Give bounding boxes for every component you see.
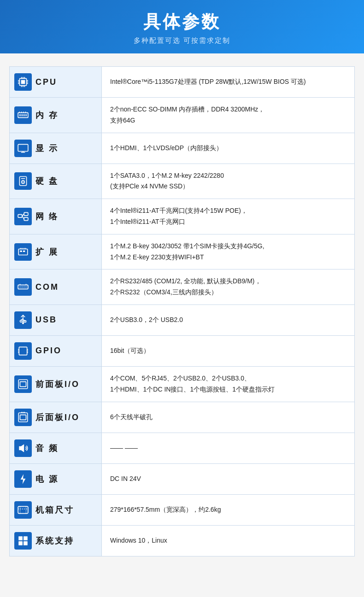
value-cell-gpio: 16bit（可选）	[102, 335, 355, 366]
value-cell-power: DC IN 24V	[102, 463, 355, 494]
spec-row-cpu: CPU Intel®Core™i5-1135G7处理器 (TDP 28W默认,1…	[10, 67, 355, 98]
spec-row-memory: 内 存 2个non-ECC SO-DIMM 内存插槽，DDR4 3200MHz，…	[10, 98, 355, 133]
label-text-front-panel: 前面板I/O	[35, 379, 80, 390]
label-cell-storage: 硬 盘	[10, 164, 102, 199]
label-text-os: 系统支持	[35, 535, 74, 546]
spec-row-usb: USB 2个USB3.0，2个 USB2.0	[10, 304, 355, 335]
value-cell-front-panel: 4个COM、5个RJ45、2个USB2.0、2个USB3.0、1个HDMI、1个…	[102, 366, 355, 402]
label-text-expansion: 扩 展	[35, 246, 59, 258]
value-cell-audio: —— ——	[102, 433, 355, 463]
value-cell-com: 2个RS232/485 (COM1/2, 全功能, 默认接头DB9/M)，2个R…	[102, 269, 355, 305]
svg-rect-30	[18, 215, 22, 218]
svg-rect-55	[19, 347, 27, 355]
gpio-icon	[14, 342, 32, 360]
svg-rect-32	[24, 217, 28, 221]
memory-icon	[14, 106, 32, 124]
label-cell-rear-panel: 后面板I/O	[10, 402, 102, 433]
value-cell-network: 4个Intel®i211-AT千兆网口(支持4个15W POE)，1个Intel…	[102, 199, 355, 234]
svg-point-45	[23, 287, 24, 287]
value-cell-memory: 2个non-ECC SO-DIMM 内存插槽，DDR4 3200MHz，支持64…	[102, 98, 355, 133]
label-text-audio: 音 频	[35, 443, 59, 454]
svg-point-43	[19, 287, 20, 287]
value-cell-usb: 2个USB3.0，2个 USB2.0	[102, 304, 355, 335]
value-cell-os: Windows 10，Linux	[102, 525, 355, 556]
value-cell-rear-panel: 6个天线半破孔	[102, 402, 355, 433]
label-cell-cpu: CPU	[10, 67, 102, 98]
front-panel-icon	[14, 375, 32, 393]
header-subtitle: 多种配置可选 可按需求定制	[5, 36, 359, 45]
label-cell-memory: 内 存	[10, 98, 102, 133]
rear-panel-icon	[14, 409, 32, 426]
header: 具体参数 多种配置可选 可按需求定制	[0, 0, 364, 53]
label-text-display: 显 示	[35, 143, 59, 154]
svg-rect-77	[18, 541, 23, 545]
svg-rect-63	[20, 381, 26, 386]
label-cell-audio: 音 频	[10, 433, 102, 463]
svg-rect-1	[21, 80, 25, 84]
svg-rect-31	[24, 212, 28, 216]
svg-rect-53	[24, 321, 26, 322]
svg-marker-70	[21, 474, 26, 484]
value-cell-storage: 1个SATA3.0，1个M.2 M-key 2242/2280(支持PCle x…	[102, 164, 355, 199]
spec-row-com: COM 2个RS232/485 (COM1/2, 全功能, 默认接头DB9/M)…	[10, 269, 355, 305]
spec-row-os: 系统支持 Windows 10，Linux	[10, 525, 355, 556]
svg-rect-23	[18, 144, 28, 151]
svg-rect-37	[23, 250, 25, 252]
svg-rect-17	[23, 114, 24, 116]
header-title: 具体参数	[5, 10, 359, 34]
svg-rect-76	[23, 536, 28, 540]
expansion-icon	[14, 243, 32, 261]
label-text-com: COM	[35, 282, 59, 292]
usb-icon	[14, 311, 32, 329]
svg-rect-26	[19, 177, 26, 186]
spec-row-storage: 硬 盘 1个SATA3.0，1个M.2 M-key 2242/2280(支持PC…	[10, 164, 355, 199]
svg-rect-16	[22, 114, 23, 116]
svg-rect-18	[25, 114, 26, 116]
label-text-gpio: GPIO	[35, 346, 62, 356]
spec-row-power: 电 源 DC IN 24V	[10, 463, 355, 494]
os-icon	[14, 532, 32, 550]
spec-row-dimension: 机箱尺寸 279*166*57.5mm（宽深高），约2.6kg	[10, 494, 355, 525]
label-text-network: 网 络	[35, 211, 59, 222]
spec-row-front-panel: 前面板I/O 4个COM、5个RJ45、2个USB2.0、2个USB3.0、1个…	[10, 366, 355, 402]
svg-rect-15	[19, 114, 20, 116]
spec-row-expansion: 扩 展 1个M.2 B-key 3042/3052 带1个SIM卡接头支持4G/…	[10, 234, 355, 269]
svg-point-28	[23, 181, 23, 182]
svg-point-46	[25, 287, 26, 287]
label-cell-os: 系统支持	[10, 525, 102, 556]
spec-row-rear-panel: 后面板I/O 6个天线半破孔	[10, 402, 355, 433]
com-icon	[14, 278, 32, 296]
label-text-power: 电 源	[35, 474, 59, 485]
svg-rect-35	[18, 249, 28, 255]
label-text-cpu: CPU	[35, 77, 57, 87]
svg-rect-71	[18, 506, 28, 513]
value-cell-dimension: 279*166*57.5mm（宽深高），约2.6kg	[102, 494, 355, 525]
spec-row-gpio: GPIO 16bit（可选）	[10, 335, 355, 366]
label-cell-dimension: 机箱尺寸	[10, 494, 102, 525]
label-text-usb: USB	[35, 315, 57, 325]
svg-point-44	[22, 287, 23, 287]
label-text-storage: 硬 盘	[35, 176, 59, 187]
label-cell-expansion: 扩 展	[10, 234, 102, 269]
display-icon	[14, 140, 32, 157]
value-cell-cpu: Intel®Core™i5-1135G7处理器 (TDP 28W默认,12W/1…	[102, 67, 355, 98]
svg-marker-69	[19, 444, 24, 452]
label-text-memory: 内 存	[35, 110, 59, 121]
svg-rect-75	[18, 536, 23, 540]
label-cell-display: 显 示	[10, 133, 102, 164]
svg-rect-78	[23, 541, 28, 545]
spec-row-network: 网 络 4个Intel®i211-AT千兆网口(支持4个15W POE)，1个I…	[10, 199, 355, 234]
svg-point-51	[20, 320, 22, 322]
label-cell-gpio: GPIO	[10, 335, 102, 366]
audio-icon	[14, 439, 32, 457]
label-cell-com: COM	[10, 269, 102, 305]
cpu-icon	[14, 73, 32, 91]
svg-rect-65	[20, 415, 26, 420]
svg-rect-36	[20, 250, 22, 252]
label-cell-network: 网 络	[10, 199, 102, 234]
label-text-dimension: 机箱尺寸	[35, 504, 74, 515]
network-icon	[14, 208, 32, 225]
value-cell-expansion: 1个M.2 B-key 3042/3052 带1个SIM卡接头支持4G/5G,1…	[102, 234, 355, 269]
spec-row-display: 显 示 1个HDMI、1个LVDS/eDP（内部接头）	[10, 133, 355, 164]
value-cell-display: 1个HDMI、1个LVDS/eDP（内部接头）	[102, 133, 355, 164]
